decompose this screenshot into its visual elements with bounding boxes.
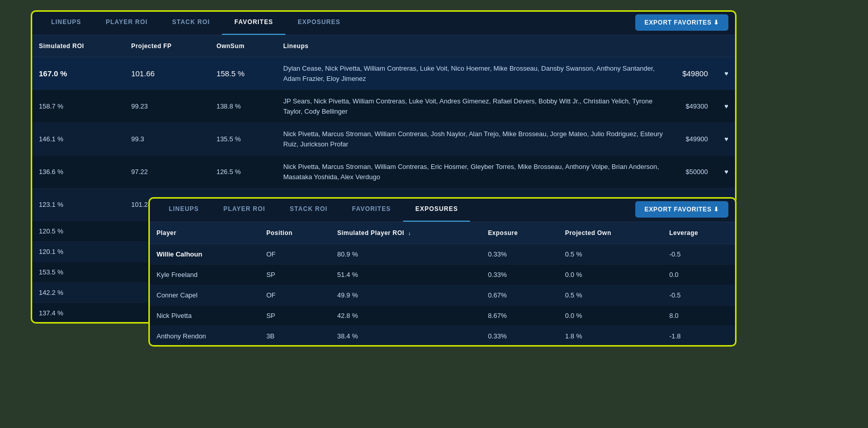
simulated-roi-cell: 153.5 % bbox=[31, 262, 123, 283]
player-cell: Anthony Rendon bbox=[148, 326, 258, 347]
simulated-roi-cell: 120.5 % bbox=[31, 221, 123, 242]
projected-fp-cell: 99.3 bbox=[123, 123, 208, 156]
lineups-cell: Nick Pivetta, Marcus Stroman, William Co… bbox=[275, 123, 674, 156]
exposure-cell: 0.33% bbox=[480, 326, 557, 347]
player-cell: Willie Calhoun bbox=[148, 244, 258, 265]
projected-own-cell: 0.5 % bbox=[557, 285, 661, 306]
table-row: Anthony Rendon 3B 38.4 % 0.33% 1.8 % -1.… bbox=[148, 326, 737, 347]
ownsum-cell: 135.5 % bbox=[208, 123, 275, 156]
simulated-roi-cell: 142.2 % bbox=[31, 283, 123, 303]
tab-player-roi-exp[interactable]: PLAYER ROI bbox=[211, 197, 278, 222]
tab-stack-roi-exp[interactable]: STACK ROI bbox=[278, 197, 340, 222]
roi-cell: 51.4 % bbox=[329, 265, 480, 285]
tab-lineups[interactable]: LINEUPS bbox=[39, 10, 94, 35]
col-position: Position bbox=[258, 222, 329, 244]
player-cell: Kyle Freeland bbox=[148, 265, 258, 285]
projected-fp-cell: 99.23 bbox=[123, 90, 208, 123]
export-exposures-button[interactable]: EXPORT FAVORITES ⬇ bbox=[635, 201, 728, 218]
leverage-cell: 0.0 bbox=[661, 265, 737, 285]
exposure-cell: 0.33% bbox=[480, 244, 557, 265]
projected-own-cell: 1.8 % bbox=[557, 326, 661, 347]
simulated-roi-cell: 137.4 % bbox=[31, 303, 123, 324]
roi-cell: 80.9 % bbox=[329, 244, 480, 265]
lineups-cell: JP Sears, Nick Pivetta, William Contrera… bbox=[275, 90, 674, 123]
tab-player-roi[interactable]: PLAYER ROI bbox=[94, 10, 160, 35]
simulated-roi-cell: 123.1 % bbox=[31, 188, 123, 221]
exposures-table: Player Position Simulated Player ROI ↓ E… bbox=[148, 222, 737, 347]
favorite-icon[interactable]: ♥ bbox=[716, 156, 737, 188]
ownsum-cell: 138.8 % bbox=[208, 90, 275, 123]
favorites-tab-bar: LINEUPS PLAYER ROI STACK ROI FAVORITES E… bbox=[31, 10, 737, 35]
player-cell: Nick Pivetta bbox=[148, 306, 258, 326]
col-simulated-player-roi[interactable]: Simulated Player ROI ↓ bbox=[329, 222, 480, 244]
tab-favorites[interactable]: FAVORITES bbox=[222, 10, 285, 35]
tab-stack-roi[interactable]: STACK ROI bbox=[160, 10, 222, 35]
position-cell: 3B bbox=[258, 326, 329, 347]
col-player: Player bbox=[148, 222, 258, 244]
table-row: 146.1 % 99.3 135.5 % Nick Pivetta, Marcu… bbox=[31, 123, 737, 156]
projected-own-cell: 0.5 % bbox=[557, 244, 661, 265]
leverage-cell: -0.5 bbox=[661, 285, 737, 306]
leverage-cell: 8.0 bbox=[661, 306, 737, 326]
simulated-roi-cell: 136.6 % bbox=[31, 156, 123, 188]
col-projected-fp: Projected FP bbox=[123, 35, 208, 57]
exposure-cell: 0.67% bbox=[480, 285, 557, 306]
roi-cell: 42.8 % bbox=[329, 306, 480, 326]
position-cell: OF bbox=[258, 285, 329, 306]
projected-own-cell: 0.0 % bbox=[557, 306, 661, 326]
lineups-cell: Nick Pivetta, Marcus Stroman, William Co… bbox=[275, 156, 674, 188]
simulated-roi-cell: 120.1 % bbox=[31, 242, 123, 262]
leverage-cell: -0.5 bbox=[661, 244, 737, 265]
sort-arrow-icon: ↓ bbox=[408, 230, 411, 236]
projected-fp-cell: 97.22 bbox=[123, 156, 208, 188]
leverage-cell: -1.8 bbox=[661, 326, 737, 347]
col-lineups: Lineups bbox=[275, 35, 674, 57]
roi-cell: 38.4 % bbox=[329, 326, 480, 347]
simulated-roi-cell: 158.7 % bbox=[31, 90, 123, 123]
simulated-roi-cell: 146.1 % bbox=[31, 123, 123, 156]
roi-cell: 49.9 % bbox=[329, 285, 480, 306]
table-row: 136.6 % 97.22 126.5 % Nick Pivetta, Marc… bbox=[31, 156, 737, 188]
table-row: Nick Pivetta SP 42.8 % 8.67% 0.0 % 8.0 bbox=[148, 306, 737, 326]
ownsum-cell: 126.5 % bbox=[208, 156, 275, 188]
position-cell: SP bbox=[258, 306, 329, 326]
col-exposure: Exposure bbox=[480, 222, 557, 244]
price-cell: $50000 bbox=[674, 156, 716, 188]
exposures-tab-bar: LINEUPS PLAYER ROI STACK ROI FAVORITES E… bbox=[148, 197, 737, 222]
lineups-cell: Dylan Cease, Nick Pivetta, William Contr… bbox=[275, 57, 674, 90]
price-cell: $49300 bbox=[674, 90, 716, 123]
projected-fp-cell: 101.66 bbox=[123, 57, 208, 90]
tab-exposures-exp[interactable]: EXPOSURES bbox=[403, 197, 470, 222]
projected-own-cell: 0.0 % bbox=[557, 265, 661, 285]
position-cell: OF bbox=[258, 244, 329, 265]
player-cell: Conner Capel bbox=[148, 285, 258, 306]
tab-lineups-exp[interactable]: LINEUPS bbox=[157, 197, 211, 222]
export-favorites-button[interactable]: EXPORT FAVORITES ⬇ bbox=[635, 14, 728, 31]
exposures-panel: LINEUPS PLAYER ROI STACK ROI FAVORITES E… bbox=[148, 197, 737, 347]
position-cell: SP bbox=[258, 265, 329, 285]
col-ownsum: OwnSum bbox=[208, 35, 275, 57]
price-cell: $49800 bbox=[674, 57, 716, 90]
table-row: Conner Capel OF 49.9 % 0.67% 0.5 % -0.5 bbox=[148, 285, 737, 306]
col-projected-own: Projected Own bbox=[557, 222, 661, 244]
favorite-icon[interactable]: ♥ bbox=[716, 57, 737, 90]
price-cell: $49900 bbox=[674, 123, 716, 156]
exposure-cell: 0.33% bbox=[480, 265, 557, 285]
favorite-icon[interactable]: ♥ bbox=[716, 90, 737, 123]
ownsum-cell: 158.5 % bbox=[208, 57, 275, 90]
favorite-icon[interactable]: ♥ bbox=[716, 123, 737, 156]
table-row: Willie Calhoun OF 80.9 % 0.33% 0.5 % -0.… bbox=[148, 244, 737, 265]
table-row: Kyle Freeland SP 51.4 % 0.33% 0.0 % 0.0 bbox=[148, 265, 737, 285]
tab-exposures[interactable]: EXPOSURES bbox=[285, 10, 352, 35]
exposure-cell: 8.67% bbox=[480, 306, 557, 326]
table-row: 158.7 % 99.23 138.8 % JP Sears, Nick Piv… bbox=[31, 90, 737, 123]
table-row: 167.0 % 101.66 158.5 % Dylan Cease, Nick… bbox=[31, 57, 737, 90]
simulated-roi-cell: 167.0 % bbox=[31, 57, 123, 90]
col-leverage: Leverage bbox=[661, 222, 737, 244]
tab-favorites-exp[interactable]: FAVORITES bbox=[340, 197, 403, 222]
col-simulated-roi: Simulated ROI bbox=[31, 35, 123, 57]
